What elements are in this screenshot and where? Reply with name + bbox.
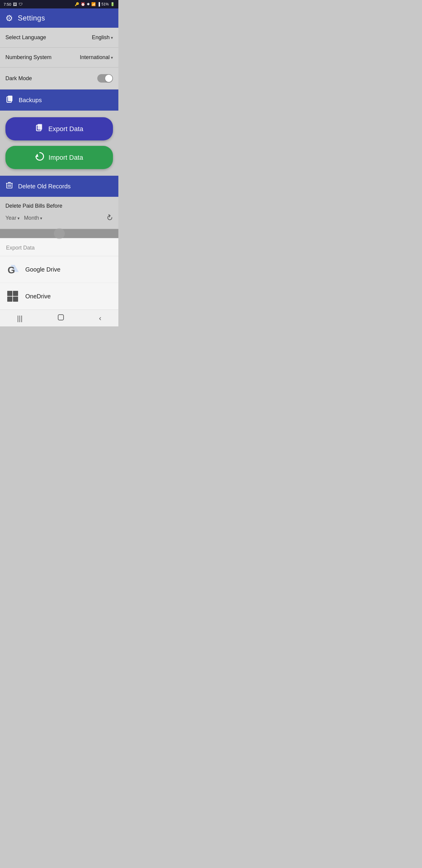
- settings-icon: ⚙: [5, 13, 13, 23]
- year-label: Year: [5, 215, 16, 221]
- google-drive-icon: G: [6, 263, 19, 276]
- signal-icon: ▐: [97, 2, 100, 6]
- language-dropdown-arrow: ▾: [111, 35, 113, 40]
- google-drive-item[interactable]: G Google Drive: [0, 256, 118, 283]
- header-title: Settings: [18, 14, 45, 22]
- month-dropdown-arrow: ▾: [40, 216, 42, 221]
- battery-icon: 🔋: [110, 2, 115, 6]
- alarm-icon: ⏰: [81, 2, 85, 6]
- import-data-button[interactable]: Import Data: [5, 146, 113, 169]
- delete-paid-label: Delete Paid Bills Before: [5, 203, 113, 209]
- buttons-area: Export Data Import Data: [0, 111, 118, 176]
- settings-content: Select Language English ▾ Numbering Syst…: [0, 28, 118, 90]
- onedrive-item[interactable]: OneDrive: [0, 283, 118, 310]
- status-bar: 7:50 🖼 🛡 🔑 ⏰ ✱ 📶 ▐ 51% 🔋: [0, 0, 118, 8]
- backups-section-title: Backups: [19, 97, 42, 104]
- bottom-sheet-title: Export Data: [0, 238, 118, 256]
- nav-bar: ||| ‹: [0, 310, 118, 327]
- google-drive-label: Google Drive: [25, 266, 61, 273]
- bottom-sheet: Export Data G Google Drive OneDrive: [0, 238, 118, 310]
- bluetooth-icon: ✱: [87, 2, 90, 6]
- dark-mode-toggle[interactable]: [97, 74, 113, 83]
- dark-mode-setting-row[interactable]: Dark Mode: [0, 67, 118, 90]
- numbering-label: Numbering System: [5, 54, 52, 61]
- delete-records-content: Delete Paid Bills Before Year ▾ Month ▾ …: [0, 197, 118, 229]
- delete-records-section-header: Delete Old Records: [0, 176, 118, 197]
- dark-mode-toggle-container[interactable]: [97, 74, 113, 83]
- onedrive-grid-icon: [7, 291, 18, 302]
- key-icon: 🔑: [75, 2, 79, 6]
- numbering-value: International: [80, 54, 110, 61]
- numbering-dropdown-arrow: ▾: [111, 55, 113, 60]
- status-left: 7:50 🖼 🛡: [4, 2, 23, 7]
- delete-icon: [5, 181, 13, 191]
- import-icon: [35, 152, 44, 163]
- language-setting-row[interactable]: Select Language English ▾: [0, 28, 118, 48]
- menu-nav-button[interactable]: |||: [11, 312, 29, 325]
- language-label: Select Language: [5, 34, 46, 41]
- delete-records-title: Delete Old Records: [18, 183, 71, 190]
- numbering-value-container[interactable]: International ▾: [80, 54, 113, 61]
- backups-section-header: Backups: [0, 90, 118, 111]
- svg-rect-10: [58, 315, 64, 320]
- onedrive-icon: [6, 290, 19, 303]
- export-icon: [35, 123, 44, 134]
- month-dropdown[interactable]: Month ▾: [24, 215, 42, 221]
- dimmed-circle: [54, 228, 65, 239]
- dark-mode-label: Dark Mode: [5, 75, 32, 82]
- back-nav-button[interactable]: ‹: [93, 312, 107, 325]
- home-nav-button[interactable]: [51, 311, 71, 326]
- language-value: English: [92, 34, 110, 41]
- backups-icon: [5, 95, 14, 105]
- numbering-setting-row[interactable]: Numbering System International ▾: [0, 48, 118, 67]
- battery-display: 51%: [101, 2, 109, 6]
- svg-text:G: G: [7, 265, 15, 276]
- status-right: 🔑 ⏰ ✱ 📶 ▐ 51% 🔋: [75, 2, 115, 6]
- settings-header: ⚙ Settings: [0, 8, 118, 28]
- language-value-container[interactable]: English ▾: [92, 34, 113, 41]
- year-dropdown-arrow: ▾: [18, 216, 20, 221]
- delete-row: Year ▾ Month ▾ ↻: [5, 213, 113, 223]
- overlay-dimmed: [0, 229, 118, 238]
- export-button-label: Export Data: [48, 125, 83, 133]
- photo-icon: 🖼: [13, 2, 17, 7]
- month-label: Month: [24, 215, 39, 221]
- wifi-icon: 📶: [91, 2, 96, 6]
- import-button-label: Import Data: [48, 154, 83, 161]
- time-display: 7:50: [4, 2, 11, 7]
- refresh-icon[interactable]: ↻: [104, 213, 115, 224]
- date-dropdowns: Year ▾ Month ▾: [5, 215, 42, 221]
- export-data-button[interactable]: Export Data: [5, 117, 113, 141]
- year-dropdown[interactable]: Year ▾: [5, 215, 20, 221]
- shield-icon: 🛡: [19, 2, 23, 7]
- onedrive-label: OneDrive: [25, 293, 51, 300]
